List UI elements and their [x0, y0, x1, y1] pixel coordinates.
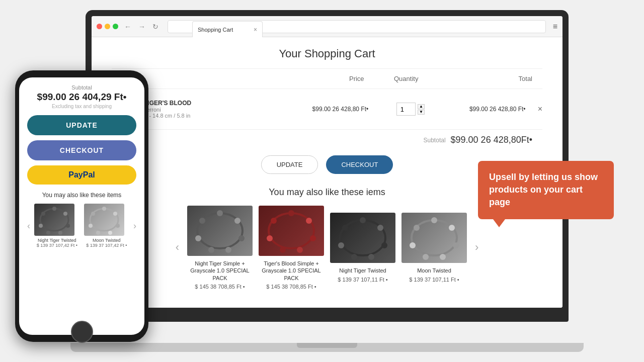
- mobile-upsell-name-2: Moon Twisted: [84, 238, 130, 243]
- browser-nav: ← → ↻: [122, 22, 160, 32]
- qty-up-arrow[interactable]: ▲: [418, 104, 425, 109]
- svg-point-35: [453, 242, 459, 248]
- mobile-upsell-item-2[interactable]: Moon Twisted $ 139 37 107,42 Ft •: [84, 204, 130, 248]
- laptop-base: [70, 343, 584, 352]
- refresh-button[interactable]: ↻: [150, 22, 160, 32]
- item-total: $99.00 26 428,80 Ft•: [453, 106, 526, 113]
- mobile-update-button[interactable]: UPDATE: [27, 115, 136, 135]
- svg-point-17: [288, 210, 294, 216]
- svg-point-50: [113, 212, 117, 216]
- cart-subtotal-row: Subtotal $99.00 26 428,80Ft•: [112, 130, 542, 150]
- mobile-paypal-button[interactable]: PayPal: [27, 165, 136, 185]
- qty-down-arrow[interactable]: ▼: [418, 110, 425, 115]
- mobile-upsell-item-1[interactable]: Night Tiger Twisted $ 139 37 107,42 Ft •: [34, 204, 80, 248]
- item-price: $99.00 26 428,80 Ft•: [284, 106, 368, 113]
- mobile-checkout-button[interactable]: CHECKOUT: [27, 140, 136, 160]
- dot-green[interactable]: [113, 24, 118, 29]
- subtotal-label: Subtotal: [424, 137, 446, 144]
- svg-point-10: [234, 218, 240, 224]
- phone-device: Subtotal $99.00 26 404,29 Ft• Excluding …: [15, 70, 148, 342]
- mobile-subtotal-label: Subtotal: [27, 84, 136, 90]
- svg-point-55: [91, 212, 95, 216]
- svg-point-23: [271, 218, 277, 224]
- tab-title: Shopping Cart: [198, 27, 233, 33]
- menu-icon[interactable]: ≡: [553, 22, 557, 31]
- svg-point-43: [66, 224, 70, 228]
- svg-point-48: [90, 209, 118, 231]
- svg-point-21: [280, 247, 286, 253]
- back-button[interactable]: ←: [122, 22, 133, 32]
- svg-point-47: [41, 212, 45, 216]
- upsell-img-1: [187, 206, 253, 256]
- col-total-header: Total: [448, 75, 542, 82]
- mobile-prev-arrow-icon[interactable]: ‹: [27, 221, 30, 231]
- svg-point-33: [431, 217, 437, 223]
- upsell-img-3: [330, 213, 395, 263]
- svg-point-36: [440, 254, 446, 260]
- svg-point-18: [306, 218, 312, 224]
- upsell-img-2: [259, 206, 324, 256]
- upsell-item-3[interactable]: Night Tiger Twisted $ 139 37 107,11 Ft •: [330, 213, 395, 282]
- upsell-products: ‹ Night Tiger: [112, 206, 542, 290]
- cart-table-header: Product Price Quantity Total: [112, 69, 542, 89]
- svg-point-53: [96, 231, 100, 235]
- svg-point-11: [238, 235, 245, 241]
- cart-title: Your Shopping Cart: [112, 37, 542, 69]
- mobile-next-arrow-icon[interactable]: ›: [133, 221, 136, 231]
- col-qty-header: Quantity: [364, 75, 448, 82]
- quantity-input[interactable]: [396, 103, 416, 116]
- svg-point-51: [116, 224, 120, 228]
- svg-point-37: [423, 254, 429, 260]
- browser-tab[interactable]: Shopping Cart ×: [192, 21, 263, 37]
- svg-point-14: [195, 235, 201, 241]
- checkout-button[interactable]: CHECKOUT: [326, 155, 393, 174]
- upsell-item-4[interactable]: Moon Twisted $ 139 37 107,11 Ft •: [401, 213, 467, 282]
- item-info: TIGER'S BLOOD verroni S - 14.8 cm / 5.8 …: [144, 100, 284, 119]
- mobile-cart-content: Subtotal $99.00 26 404,29 Ft• Excluding …: [19, 77, 144, 335]
- svg-point-12: [225, 247, 231, 253]
- upsell-item-2[interactable]: Tiger's Blood Simple + Grayscale 1.0 SPE…: [259, 206, 324, 290]
- svg-point-54: [89, 224, 93, 228]
- upsell-item-1[interactable]: Night Tiger Simple + Grayscale 1.0 SPECI…: [187, 206, 253, 290]
- item-qty: ▲ ▼: [368, 103, 452, 116]
- mobile-tax-note: Excluding tax and shipping: [27, 104, 136, 109]
- svg-point-39: [414, 225, 420, 231]
- phone-home-button[interactable]: [71, 321, 93, 343]
- phone-screen: Subtotal $99.00 26 404,29 Ft• Excluding …: [19, 77, 144, 335]
- qty-arrows: ▲ ▼: [418, 104, 425, 115]
- svg-point-28: [368, 254, 374, 260]
- svg-point-25: [360, 217, 366, 223]
- svg-point-22: [267, 235, 273, 241]
- col-price-header: Price: [280, 75, 364, 82]
- dot-red[interactable]: [97, 24, 102, 29]
- mobile-upsell-title: You may also like these items: [27, 192, 136, 199]
- upsell-price-3: $ 139 37 107,11 Ft •: [330, 277, 395, 283]
- upsell-price-4: $ 139 37 107,11 Ft •: [401, 277, 467, 283]
- remove-item-button[interactable]: ×: [526, 105, 542, 114]
- svg-point-9: [217, 210, 223, 216]
- upsell-price-2: $ 145 38 708,85 Ft •: [259, 284, 324, 290]
- svg-point-19: [310, 235, 316, 241]
- laptop-notch: [297, 343, 357, 348]
- cart-item-row: TIGER'S BLOOD verroni S - 14.8 cm / 5.8 …: [112, 89, 542, 130]
- item-vendor: verroni: [144, 107, 284, 113]
- update-button[interactable]: UPDATE: [261, 155, 318, 174]
- svg-point-45: [46, 231, 50, 235]
- svg-point-26: [377, 225, 383, 231]
- forward-button[interactable]: →: [136, 22, 147, 32]
- subtotal-amount: $99.00 26 428,80Ft•: [451, 135, 532, 145]
- svg-point-15: [199, 218, 205, 224]
- upsell-img-4: [401, 213, 467, 263]
- mobile-subtotal-amount: $99.00 26 404,29 Ft•: [27, 92, 136, 103]
- svg-point-27: [381, 242, 387, 248]
- mobile-upsell-price-1: $ 139 37 107,42 Ft •: [34, 243, 80, 248]
- browser-dots: [97, 24, 118, 29]
- prev-arrow-icon[interactable]: ‹: [174, 241, 181, 254]
- upsell-name-2: Tiger's Blood Simple + Grayscale 1.0 SPE…: [259, 260, 324, 282]
- browser-chrome: ← → ↻ ≡ Shopping Cart ×: [92, 16, 562, 37]
- upsell-name-4: Moon Twisted: [401, 267, 467, 274]
- tab-close-icon[interactable]: ×: [254, 26, 257, 33]
- dot-yellow[interactable]: [105, 24, 110, 29]
- svg-point-41: [52, 207, 56, 211]
- next-arrow-icon[interactable]: ›: [473, 241, 480, 254]
